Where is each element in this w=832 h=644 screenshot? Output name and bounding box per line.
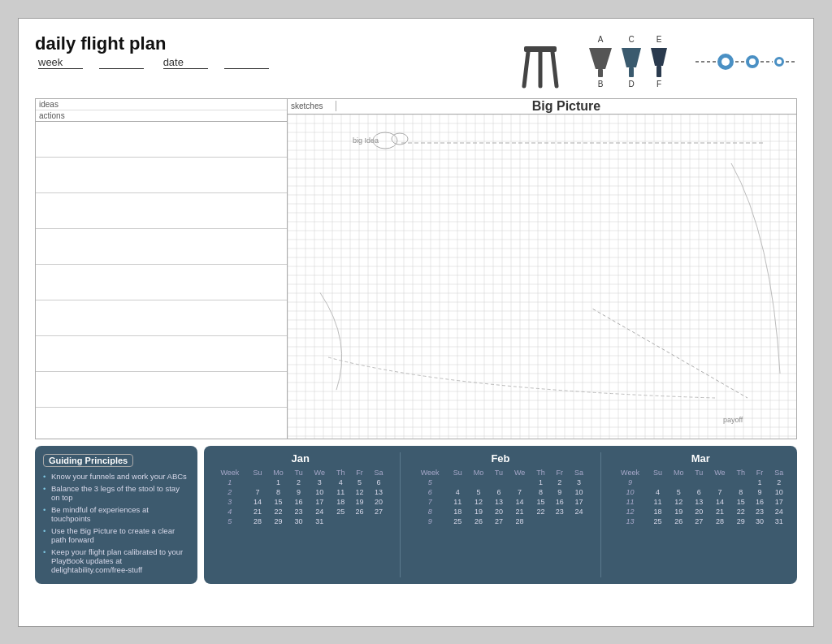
funnel-cd: C D [620, 35, 643, 89]
left-row-3 [36, 193, 287, 229]
guiding-principles-list: Know your funnels and work your ABCs Bal… [43, 472, 189, 574]
grid-svg: big Idea payoff [288, 115, 796, 439]
svg-point-18 [777, 59, 782, 64]
left-labels: ideas actions [36, 99, 287, 122]
left-row-5 [36, 265, 287, 300]
funnel-ef: E F [649, 35, 669, 89]
cal-table-feb: WeekSuMoTuWeThFrSa5123645678910711121314… [412, 468, 588, 526]
right-panel: sketches Big Picture big Idea payoff [287, 98, 797, 439]
guiding-principles-panel: Guiding Principles Know your funnels and… [35, 446, 197, 584]
svg-point-15 [749, 58, 756, 65]
gp-item-4: Use the Big Picture to create a clear pa… [43, 526, 189, 544]
svg-marker-8 [651, 48, 667, 66]
funnel-ab: A B [587, 35, 613, 89]
header: daily flight plan week date A [35, 33, 797, 90]
svg-text:payoff: payoff [723, 416, 743, 424]
week-date-row: week date [35, 56, 282, 69]
month-name-jan: Jan [212, 452, 388, 465]
date-value [224, 56, 269, 69]
title-block: daily flight plan week date [35, 33, 282, 69]
left-row-4 [36, 229, 287, 265]
left-row-7 [36, 336, 287, 372]
ideas-label: ideas [36, 99, 287, 110]
left-row-8 [36, 372, 287, 408]
date-label: date [163, 56, 208, 69]
calendar-month-feb: FebWeekSuMoTuWeThFrSa5123645678910711121… [412, 452, 588, 577]
svg-rect-7 [629, 67, 634, 77]
week-value [99, 56, 144, 69]
svg-text:big Idea: big Idea [353, 136, 379, 145]
gp-item-3: Be mindful of experiences at touchpoints [43, 505, 189, 523]
left-panel: ideas actions [35, 98, 287, 439]
page-title: daily flight plan [35, 33, 282, 54]
svg-point-12 [722, 58, 730, 66]
month-name-feb: Feb [412, 452, 588, 465]
left-row-2 [36, 158, 287, 193]
calendar-month-mar: MarWeekSuMoTuWeThFrSa9121045678910111112… [613, 452, 789, 577]
left-rows [36, 122, 287, 443]
left-row-9 [36, 408, 287, 443]
calendar-month-jan: JanWeekSuMoTuWeThFrSa1123456278910111213… [212, 452, 388, 577]
gp-item-2: Balance the 3 legs of the stool to stay … [43, 484, 189, 502]
cal-table-jan: WeekSuMoTuWeThFrSa1123456278910111213314… [212, 468, 388, 526]
bottom-section: Guiding Principles Know your funnels and… [35, 446, 797, 584]
svg-rect-5 [598, 69, 603, 77]
guiding-principles-title: Guiding Principles [43, 454, 133, 467]
week-label: week [38, 56, 83, 69]
svg-line-1 [524, 52, 528, 86]
page: daily flight plan week date A [18, 18, 814, 627]
sketches-label: sketches [288, 101, 336, 111]
svg-line-3 [552, 52, 557, 86]
left-row-6 [36, 300, 287, 336]
svg-line-118 [593, 309, 748, 398]
svg-marker-4 [589, 48, 612, 69]
month-name-mar: Mar [613, 452, 789, 465]
big-picture-label: Big Picture [336, 99, 796, 114]
funnel-group: A B C D E [587, 35, 669, 89]
main-content-row: ideas actions sketches Big Picture [35, 98, 797, 439]
grid-container: big Idea payoff [288, 115, 796, 439]
cal-table-mar: WeekSuMoTuWeThFrSa9121045678910111112131… [613, 468, 789, 526]
left-row-1 [36, 122, 287, 158]
header-icons: A B C D E [516, 33, 797, 90]
dots-progression-icon [691, 45, 797, 78]
svg-rect-9 [656, 66, 661, 77]
stool-icon [516, 33, 565, 90]
calendar-section: JanWeekSuMoTuWeThFrSa1123456278910111213… [204, 446, 797, 584]
svg-marker-6 [622, 48, 641, 67]
gp-item-1: Know your funnels and work your ABCs [43, 472, 189, 481]
actions-label: actions [36, 110, 287, 121]
sketches-header: sketches Big Picture [288, 99, 796, 115]
gp-item-5: Keep your flight plan calibrated to your… [43, 547, 189, 574]
